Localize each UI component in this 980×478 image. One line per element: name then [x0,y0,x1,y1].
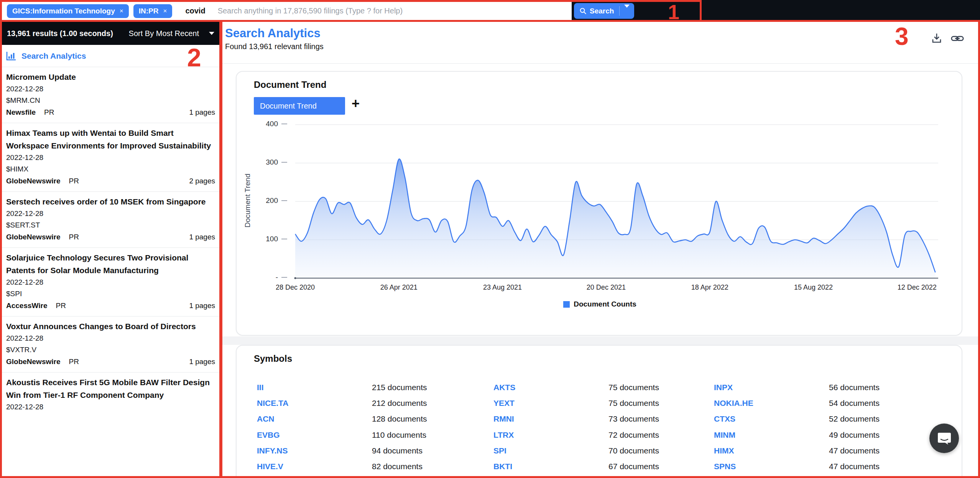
symbol-doc-count: 94 documents [372,446,487,455]
download-icon[interactable] [931,33,942,44]
results-sidebar: 13,961 results (1.00 seconds) Sort By Mo… [0,22,221,478]
sidebar-search-analytics-link[interactable]: Search Analytics [0,45,221,67]
symbol-doc-count: 128 documents [372,414,487,424]
filter-chip-inpr[interactable]: IN:PR × [133,4,173,18]
document-trend-chart [290,122,942,280]
symbol-link[interactable]: NOKIA.HE [714,399,829,408]
filing-item[interactable]: Akoustis Receives First 5G Mobile BAW Fi… [0,372,221,417]
symbol-link[interactable]: ACN [257,414,372,424]
symbol-link[interactable]: EVBG [257,430,372,440]
symbol-link[interactable]: NICE.TA [257,399,372,408]
symbol-link[interactable]: AKTS [493,383,608,392]
symbols-column: AKTS75 documentsYEXT75 documentsRMNI73 d… [493,379,723,478]
filing-source: GlobeNewswire [6,231,61,243]
symbol-doc-count: 75 documents [608,399,723,408]
symbol-link[interactable]: BKTI [493,462,608,471]
symbol-link[interactable]: YEXT [493,399,608,408]
filing-ticker: $SERT.ST [6,219,215,231]
chip-close-icon[interactable]: × [120,7,123,15]
chevron-down-icon [624,5,630,14]
chart-card-title: Document Trend [254,79,326,90]
filing-ticker: $VXTR.V [6,344,215,356]
filing-item[interactable]: Solarjuice Technology Secures Two Provis… [0,247,221,316]
symbol-link[interactable]: INFY.NS [257,446,372,455]
symbol-link[interactable]: HIVE.V [257,462,372,471]
filing-title: Akoustis Receives First 5G Mobile BAW Fi… [6,376,215,401]
symbol-doc-count: 82 documents [372,462,487,471]
symbol-link[interactable]: RMNI [493,414,608,424]
filing-pages: 1 pages [189,106,215,118]
add-tab-button[interactable]: + [352,96,360,112]
symbol-doc-count: 70 documents [608,446,723,455]
symbol-doc-count: 52 documents [829,414,944,424]
search-analytics-link-label: Search Analytics [21,51,86,61]
page-subtitle: Found 13,961 relevant filings [225,42,324,51]
filing-pages: 1 pages [189,356,215,368]
symbol-doc-count: 56 documents [829,383,944,392]
legend-label: Document Counts [574,300,636,308]
search-input-area[interactable]: GICS:Information Technology × IN:PR × co… [0,0,572,22]
chat-widget-button[interactable] [929,424,959,453]
symbol-doc-count: 110 documents [372,430,487,440]
top-search-bar: GICS:Information Technology × IN:PR × co… [0,0,980,22]
results-header-bar: 13,961 results (1.00 seconds) Sort By Mo… [0,22,221,45]
filing-doc-type: PR [69,231,79,243]
symbol-link[interactable]: SPI [493,446,608,455]
y-tick-label: - [252,273,287,282]
app-window: GICS:Information Technology × IN:PR × co… [0,0,980,478]
symbol-doc-count: 73 documents [608,414,723,424]
header-divider [221,63,980,64]
filing-source: Newsfile [6,106,36,118]
filing-title: Serstech receives order of 10 MSEK from … [6,195,215,208]
document-trend-card: Document Trend Document Trend + Document… [236,71,962,336]
symbol-doc-count: 54 documents [829,399,944,408]
filing-item[interactable]: Voxtur Announces Changes to Board of Dir… [0,316,221,372]
search-button-label: Search [590,7,614,15]
filing-date: 2022-12-28 [6,333,215,344]
filing-date: 2022-12-28 [6,208,215,219]
symbols-card: Symbols III215 documentsNICE.TA212 docum… [236,345,962,478]
search-query-text[interactable]: covid [185,7,205,15]
symbol-doc-count: 67 documents [608,462,723,471]
bar-chart-icon [6,51,16,61]
symbol-doc-count: 47 documents [829,462,944,471]
filing-title: Voxtur Announces Changes to Board of Dir… [6,320,215,333]
filing-date: 2022-12-28 [6,152,215,163]
x-tick-label: 15 Aug 2022 [781,284,846,292]
symbol-link[interactable]: MINM [714,430,829,440]
symbol-link[interactable]: CTXS [714,414,829,424]
filing-date: 2022-12-28 [6,277,215,288]
results-count: 13,961 results (1.00 seconds) [7,29,113,38]
search-button[interactable]: Search [574,3,634,19]
symbol-doc-count: 215 documents [372,383,487,392]
y-tick-label: 400 [252,120,287,128]
symbol-link[interactable]: INPX [714,383,829,392]
filter-chip-gics[interactable]: GICS:Information Technology × [7,4,129,18]
symbol-link[interactable]: HIMX [714,446,829,455]
x-tick-label: 23 Aug 2021 [470,284,535,292]
filing-ticker: $MRM.CN [6,95,215,106]
sort-dropdown[interactable]: Sort By Most Recent [129,29,214,38]
symbol-link[interactable]: SPNS [714,462,829,471]
legend-swatch [563,301,570,308]
chip-close-icon[interactable]: × [163,7,167,15]
x-tick-label: 26 Apr 2021 [366,284,431,292]
symbol-link[interactable]: III [257,383,372,392]
symbol-doc-count: 47 documents [829,446,944,455]
filing-item[interactable]: Himax Teams up with Wentai to Build Smar… [0,123,221,191]
share-link-icon[interactable] [951,33,964,44]
filing-doc-type: PR [44,106,54,118]
symbol-link[interactable]: LTRX [493,430,608,440]
chart-legend: Document Counts [237,300,963,308]
chevron-down-icon [209,32,214,35]
header-actions [931,33,964,44]
filing-item[interactable]: Micromem Update2022-12-28$MRM.CNNewsfile… [0,67,221,123]
x-tick-label: 20 Dec 2021 [574,284,639,292]
tab-document-trend[interactable]: Document Trend [254,97,345,115]
search-options-caret[interactable] [620,8,634,15]
filing-source: GlobeNewswire [6,356,61,368]
filter-chip-label: IN:PR [139,7,159,15]
filing-item[interactable]: Serstech receives order of 10 MSEK from … [0,191,221,247]
symbols-column: INPX56 documentsNOKIA.HE54 documentsCTXS… [714,379,944,478]
x-tick-label: 12 Dec 2022 [885,284,950,292]
